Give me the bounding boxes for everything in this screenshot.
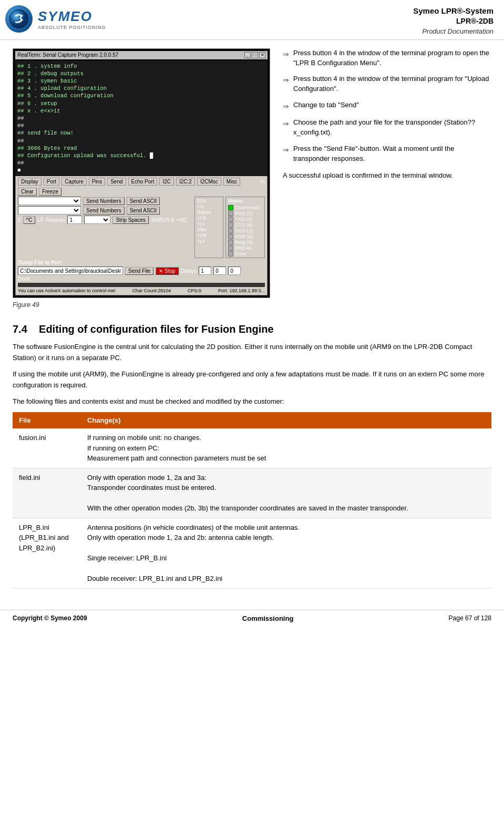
list-item: ⇒ Press button 4 in the window of the te…	[283, 48, 491, 68]
tab-send[interactable]: Send	[107, 178, 126, 186]
table-row: LPR_B.ini(LPR_B1.ini andLPR_B2.ini) Ante…	[13, 518, 491, 588]
dcd-label: DCD (1)	[235, 228, 253, 233]
change-line: Double receiver: LPR_B1.ini and LPR_B2.i…	[87, 573, 485, 584]
window-controls[interactable]: _ □ ✕	[244, 52, 265, 58]
change-cell-3: Antenna positions (in vehicle coordinate…	[81, 518, 491, 588]
term-line: ## 6 . setup	[17, 100, 265, 107]
minimize-button[interactable]: _	[244, 52, 251, 58]
logo-icon	[5, 5, 33, 33]
freeze-button[interactable]: Freeze	[39, 188, 61, 196]
led-txd	[228, 217, 233, 222]
cps-display: CPS:0	[188, 288, 201, 293]
repeats-input[interactable]	[67, 216, 82, 224]
ctrl-c-button[interactable]: ^C	[23, 216, 36, 224]
col-header-change: Change(s)	[81, 412, 491, 428]
tab-display[interactable]: Display	[18, 178, 42, 186]
term-line: ## 3666 Bytes read	[17, 145, 265, 152]
led-cts	[228, 222, 233, 228]
progress-bar	[18, 283, 265, 287]
term-line: ## 2 . debug outputs	[17, 70, 265, 77]
tab-echoport[interactable]: Echo Port	[128, 178, 158, 186]
change-line: Single receiver: LPR_B.ini	[87, 553, 485, 564]
send-select2[interactable]	[18, 206, 81, 214]
config-table: File Change(s) fusion.ini If running on …	[13, 412, 491, 589]
term-line: ##	[17, 137, 265, 145]
svg-point-0	[9, 9, 28, 28]
send-file-button[interactable]: Send File	[125, 267, 153, 275]
status-ring: Ring (9)	[228, 239, 262, 245]
maximize-button[interactable]: □	[252, 52, 258, 58]
led-dcd	[228, 228, 233, 233]
literal-select[interactable]	[84, 216, 110, 224]
led-connected	[228, 205, 233, 210]
rxd-label: RXD (2)	[235, 210, 253, 216]
before-label: Before	[197, 210, 221, 215]
term-line: ## 4 . upload configuration	[17, 85, 265, 92]
terminal-title: RealTerm: Serial Capture Program 2.0.0.5…	[17, 52, 118, 58]
bullet-text-3: Change to tab "Send"	[293, 100, 359, 110]
send-ascii-button[interactable]: Send ASCII	[127, 197, 160, 205]
tab-capture[interactable]: Capture	[61, 178, 87, 186]
send-row3: 0 ^C LF Repeats Strip Spaces SMBUS 8 +/0…	[18, 216, 192, 224]
file-cell-2: field.ini	[13, 468, 81, 518]
paragraph-3: The following files and contents exist a…	[13, 396, 491, 407]
change-cell-2: Only with operation mode 1, 2a and 3a: T…	[81, 468, 491, 518]
tab-i2cmsc[interactable]: I2CMsc	[197, 178, 221, 186]
tab-pins[interactable]: Pins	[89, 178, 105, 186]
led-ring	[228, 240, 233, 245]
file-path-input[interactable]	[18, 267, 123, 275]
led-error	[228, 251, 233, 257]
stop-button[interactable]: ✕ Stop	[156, 267, 178, 275]
file-cell-3: LPR_B.ini(LPR_B1.ini andLPR_B2.ini)	[13, 518, 81, 588]
product-doc: Product Documentation	[413, 27, 493, 36]
arrow-icon-3: ⇒	[283, 101, 289, 111]
list-item: ⇒ Choose the path and your file for the …	[283, 118, 491, 138]
dump-file-label: Dump File to Port	[18, 260, 265, 265]
status-rxd: RXD (2)	[228, 210, 262, 216]
change-line: Only with operation mode 1, 2a and 2b: a…	[87, 532, 485, 543]
delay1-input[interactable]	[199, 267, 211, 275]
tab-i2c2[interactable]: I2C:2	[176, 178, 195, 186]
delay3-input[interactable]	[228, 267, 241, 275]
two-col-section: RealTerm: Serial Capture Program 2.0.0.5…	[13, 48, 491, 309]
delay2-input[interactable]	[213, 267, 226, 275]
error-label: Error	[235, 251, 246, 257]
char-count: Char Count:28104	[132, 288, 171, 293]
logo-area: SYMEO ABSOLUTE POSITIONING	[5, 5, 106, 33]
list-item: ⇒ Press the "Send File"-button. Wait a m…	[283, 144, 491, 164]
term-line: ## x . e<x>it	[17, 107, 265, 115]
change-line: If running on mobile unit: no changes.	[87, 433, 485, 443]
right-column: ⇒ Press button 4 in the window of the te…	[283, 48, 491, 309]
eol-n: +\n	[197, 204, 221, 209]
main-content: RealTerm: Serial Capture Program 2.0.0.5…	[0, 40, 504, 597]
port-display: Port: 192.168.1.99:3...	[218, 288, 265, 293]
status-connected: Connected	[228, 204, 262, 210]
terminal-screenshot: RealTerm: Serial Capture Program 2.0.0.5…	[13, 48, 270, 299]
status-cts: CTS (8)	[228, 222, 262, 228]
bullet-text-5: Press the "Send File"-button. Wait a mom…	[293, 144, 491, 164]
term-line: ##	[17, 159, 265, 167]
send-ascii-button2[interactable]: Send ASCII	[127, 207, 160, 214]
ring-label: Ring (9)	[235, 239, 253, 245]
status-dcd: DCD (1)	[228, 228, 262, 233]
dump-file-section: Dump File to Port Send File ✕ Stop Delay…	[18, 260, 265, 287]
section-label: Commissioning	[87, 614, 449, 622]
send-numbers-button[interactable]: Send Numbers	[83, 197, 125, 205]
led-break	[228, 245, 233, 251]
send-controls: Send Numbers Send ASCII Send Numbers Sen…	[18, 197, 192, 258]
send-select1[interactable]	[18, 197, 81, 205]
arrow-icon-4: ⇒	[283, 118, 289, 129]
arrow-icon-5: ⇒	[283, 145, 289, 155]
success-text: A successful upload is confirmed in the …	[283, 170, 491, 181]
tab-i2c[interactable]: I2C	[159, 178, 174, 186]
close-button[interactable]: ✕	[259, 52, 265, 58]
tab-port[interactable]: Port	[44, 178, 59, 186]
tab-misc[interactable]: Misc	[223, 178, 241, 186]
send-numbers-button2[interactable]: Send Numbers	[83, 207, 125, 214]
clear-button[interactable]: Clear	[18, 188, 37, 196]
strip-spaces-button[interactable]: Strip Spaces	[112, 216, 149, 224]
page-number: Page 67 of 128	[449, 614, 491, 622]
instruction-list: ⇒ Press button 4 in the window of the te…	[283, 48, 491, 164]
section-title: Editing of configuration files for Fusio…	[39, 323, 274, 335]
term-line: ## 5 . download configuration	[17, 92, 265, 99]
